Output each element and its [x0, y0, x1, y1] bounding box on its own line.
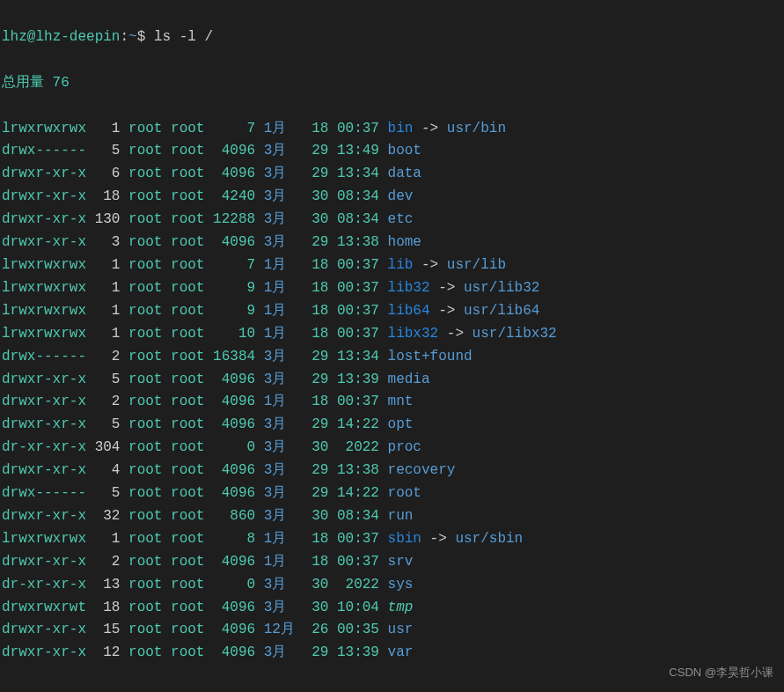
table-row: lrwxrwxrwx 1 root root 7 1月 18 00:37 lib… — [2, 254, 782, 277]
owner: root — [128, 600, 162, 615]
perms: drwxr-xr-x — [2, 211, 86, 227]
time: 00:37 — [337, 257, 379, 273]
time: 13:38 — [337, 234, 379, 250]
month: 3月 — [264, 485, 304, 501]
time: 13:39 — [337, 644, 379, 660]
prompt-dollar: $ — [137, 29, 146, 45]
time: 00:37 — [337, 280, 379, 296]
entry-name: bin — [388, 121, 414, 136]
link-count: 5 — [95, 143, 121, 158]
link-target: usr/lib — [447, 257, 506, 273]
owner: root — [128, 234, 162, 250]
day: 26 — [311, 622, 328, 637]
time: 08:34 — [337, 188, 379, 204]
month: 3月 — [264, 416, 304, 432]
time: 00:37 — [337, 303, 379, 319]
size: 4096 — [213, 554, 255, 570]
time: 00:37 — [337, 326, 379, 342]
entry-name: sbin — [388, 531, 421, 547]
link-count: 6 — [95, 166, 121, 181]
table-row: drwxr-xr-x 12 root root 4096 3月 29 13:39… — [2, 642, 782, 665]
entry-name: lib — [388, 257, 414, 273]
perms: drwxr-xr-x — [2, 188, 86, 204]
link-count: 1 — [95, 531, 121, 547]
size: 7 — [213, 121, 255, 136]
day: 29 — [311, 462, 328, 478]
table-row: drwxr-xr-x 2 root root 4096 1月 18 00:37 … — [2, 391, 782, 414]
entry-name: lib32 — [388, 280, 430, 296]
owner: root — [128, 416, 162, 432]
link-count: 15 — [95, 622, 121, 637]
table-row: lrwxrwxrwx 1 root root 9 1月 18 00:37 lib… — [2, 300, 782, 323]
day: 29 — [311, 234, 328, 250]
group: root — [171, 485, 204, 501]
owner: root — [128, 622, 162, 637]
table-row: drwxr-xr-x 2 root root 4096 1月 18 00:37 … — [2, 551, 782, 574]
owner: root — [128, 439, 162, 455]
prompt-path: ~ — [128, 29, 137, 45]
size: 4096 — [213, 622, 255, 637]
time: 00:35 — [337, 622, 379, 637]
group: root — [171, 143, 204, 158]
day: 29 — [311, 349, 328, 364]
time: 13:39 — [337, 372, 379, 387]
time: 2022 — [337, 577, 379, 593]
perms: lrwxrwxrwx — [2, 326, 86, 342]
arrow-icon: -> — [438, 326, 472, 342]
time: 08:34 — [337, 211, 379, 227]
link-count: 32 — [95, 508, 121, 524]
link-count: 1 — [95, 257, 121, 273]
owner: root — [128, 143, 162, 158]
link-count: 5 — [95, 485, 121, 501]
group: root — [171, 531, 204, 547]
link-count: 12 — [95, 644, 121, 660]
entry-name: dev — [388, 188, 414, 204]
month: 3月 — [264, 166, 304, 181]
total-line: 总用量 76 — [2, 72, 782, 95]
size: 4096 — [213, 394, 255, 409]
entry-name: data — [388, 166, 421, 181]
group: root — [171, 372, 204, 387]
size: 4240 — [213, 188, 255, 204]
size: 0 — [213, 439, 255, 455]
link-count: 18 — [95, 600, 121, 615]
link-count: 2 — [95, 554, 121, 570]
perms: drwx------ — [2, 143, 86, 158]
time: 13:34 — [337, 349, 379, 364]
entry-name: run — [388, 508, 414, 524]
month: 1月 — [264, 531, 304, 547]
size: 10 — [213, 326, 255, 342]
table-row: drwx------ 5 root root 4096 3月 29 13:49 … — [2, 140, 782, 163]
month: 3月 — [264, 644, 304, 660]
perms: drwxrwxrwt — [2, 600, 86, 615]
entry-name: lost+found — [388, 349, 473, 364]
month: 1月 — [264, 394, 304, 409]
entry-name: lib64 — [388, 303, 430, 319]
owner: root — [128, 257, 162, 273]
table-row: drwxr-xr-x 130 root root 12288 3月 30 08:… — [2, 209, 782, 232]
entry-name: media — [388, 372, 430, 387]
group: root — [171, 622, 204, 637]
day: 29 — [311, 644, 328, 660]
group: root — [171, 508, 204, 524]
owner: root — [128, 531, 162, 547]
entry-name: sys — [388, 577, 414, 593]
table-row: drwxr-xr-x 5 root root 4096 3月 29 13:39 … — [2, 369, 782, 392]
owner: root — [128, 508, 162, 524]
size: 9 — [213, 303, 255, 319]
perms: drwx------ — [2, 349, 86, 364]
perms: drwxr-xr-x — [2, 462, 86, 478]
link-count: 130 — [95, 211, 121, 227]
table-row: lrwxrwxrwx 1 root root 9 1月 18 00:37 lib… — [2, 277, 782, 300]
table-row: drwx------ 5 root root 4096 3月 29 14:22 … — [2, 482, 782, 505]
group: root — [171, 554, 204, 570]
time: 00:37 — [337, 554, 379, 570]
day: 30 — [311, 211, 328, 227]
terminal-output[interactable]: lhz@lhz-deepin:~$ ls -l / 总用量 76 lrwxrwx… — [2, 4, 782, 688]
arrow-icon: -> — [430, 280, 464, 296]
group: root — [171, 600, 204, 615]
month: 3月 — [264, 508, 304, 524]
table-row: drwxr-xr-x 5 root root 4096 3月 29 14:22 … — [2, 414, 782, 437]
perms: drwxr-xr-x — [2, 508, 86, 524]
month: 1月 — [264, 554, 304, 570]
